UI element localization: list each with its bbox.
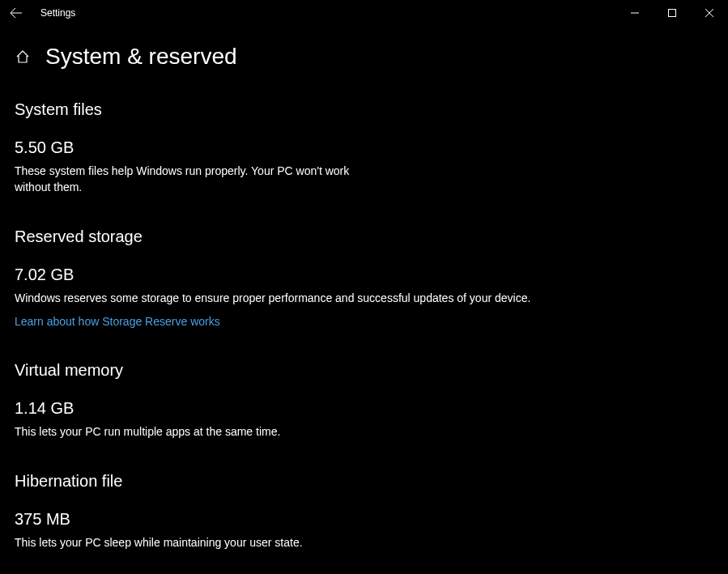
section-reserved-storage: Reserved storage 7.02 GB Windows reserve…	[15, 227, 713, 329]
home-button[interactable]	[15, 49, 31, 65]
virtual-memory-heading: Virtual memory	[15, 361, 713, 380]
page-title: System & reserved	[45, 44, 237, 70]
minimize-button[interactable]	[616, 0, 653, 26]
reserved-storage-value: 7.02 GB	[15, 266, 713, 284]
hibernation-file-heading: Hibernation file	[15, 472, 713, 491]
section-hibernation-file: Hibernation file 375 MB This lets your P…	[15, 472, 713, 551]
maximize-icon	[668, 9, 676, 17]
content: System & reserved System files 5.50 GB T…	[0, 26, 728, 574]
reserved-storage-description: Windows reserves some storage to ensure …	[15, 291, 533, 307]
section-system-files: System files 5.50 GB These system files …	[15, 100, 713, 195]
titlebar: Settings	[0, 0, 728, 26]
page-header: System & reserved	[15, 44, 713, 70]
window-controls	[616, 0, 728, 26]
system-files-description: These system files help Windows run prop…	[15, 164, 355, 195]
close-icon	[705, 9, 713, 17]
virtual-memory-description: This lets your PC run multiple apps at t…	[15, 424, 533, 440]
back-arrow-icon	[10, 6, 23, 19]
minimize-icon	[631, 9, 639, 17]
svg-rect-0	[669, 10, 676, 17]
system-files-heading: System files	[15, 100, 713, 119]
hibernation-file-value: 375 MB	[15, 510, 713, 529]
back-button[interactable]	[6, 3, 26, 23]
storage-reserve-link[interactable]: Learn about how Storage Reserve works	[15, 315, 220, 328]
virtual-memory-value: 1.14 GB	[15, 399, 713, 418]
reserved-storage-heading: Reserved storage	[15, 227, 713, 246]
section-virtual-memory: Virtual memory 1.14 GB This lets your PC…	[15, 361, 713, 440]
titlebar-left: Settings	[6, 3, 75, 23]
system-files-value: 5.50 GB	[15, 138, 713, 157]
hibernation-file-description: This lets your PC sleep while maintainin…	[15, 535, 533, 551]
maximize-button[interactable]	[653, 0, 691, 26]
home-icon	[15, 49, 30, 64]
close-button[interactable]	[691, 0, 728, 26]
app-title: Settings	[40, 7, 75, 19]
